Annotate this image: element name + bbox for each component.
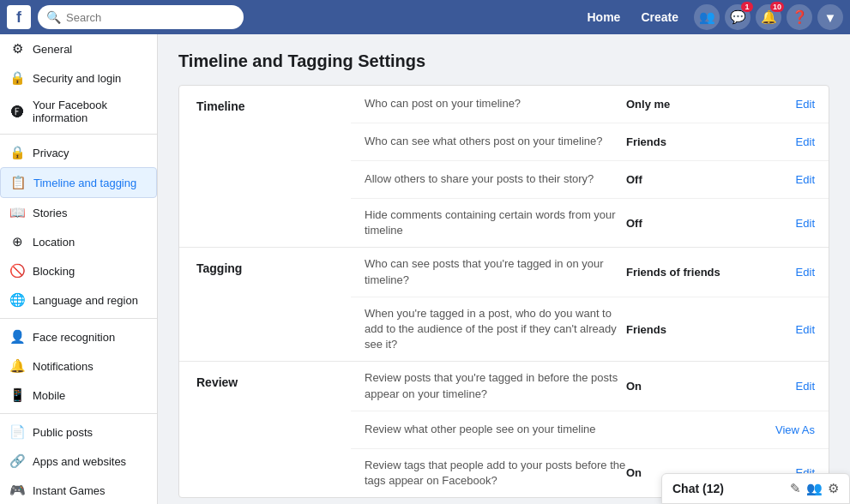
search-icon: 🔍 [46,10,61,24]
row-action[interactable]: Edit [763,98,815,111]
chat-compose-button[interactable]: ✎ [790,481,801,496]
sidebar-divider [0,318,157,319]
sidebar-item-location[interactable]: ⊕Location [0,227,157,256]
sidebar-item-label: Your Facebook information [33,99,148,124]
public-posts-icon: 📄 [9,423,26,441]
table-row: When you're tagged in a post, who do you… [351,297,829,362]
sidebar-divider [0,134,157,135]
table-row: Review what other people see on your tim… [351,411,829,449]
language-icon: 🌐 [9,291,26,309]
edit-link[interactable]: Edit [796,266,815,279]
menu-icon-button[interactable]: ▼ [817,4,843,30]
edit-link[interactable]: Edit [796,217,815,230]
row-value: Off [626,173,763,186]
row-question: Who can see what others post on your tim… [365,134,626,149]
chat-bar[interactable]: Chat (12) ✎ 👥 ⚙ [661,473,850,504]
messenger-icon-button[interactable]: 💬 1 [725,4,751,30]
apps-icon: 🔗 [9,453,26,470]
chat-label: Chat (12) [672,482,783,495]
edit-link[interactable]: Edit [796,173,815,186]
sidebar-item-blocking[interactable]: 🚫Blocking [0,256,157,285]
page-title: Timeline and Tagging Settings [178,51,829,71]
location-icon: ⊕ [9,233,26,250]
row-action[interactable]: View As [763,423,815,436]
friends-icon-button[interactable]: 👥 [694,4,720,30]
row-value: Friends [626,323,763,336]
row-action[interactable]: Edit [763,266,815,279]
messenger-badge: 1 [741,2,753,12]
sidebar-item-label: Face recognition [33,331,115,344]
table-row: Who can post on your timeline?Only meEdi… [351,86,829,123]
edit-link[interactable]: View As [775,423,815,436]
people-icon: 👥 [699,9,715,25]
sidebar-item-label: Apps and websites [33,455,126,468]
security-icon: 🔒 [9,69,26,87]
sidebar-item-privacy[interactable]: 🔒Privacy [0,138,157,167]
edit-link[interactable]: Edit [796,323,815,336]
row-action[interactable]: Edit [763,135,815,148]
sidebar-item-instant-games[interactable]: 🎮Instant Games [0,476,157,504]
header: f 🔍 Home Create 👥 💬 1 🔔 10 ❓ ▼ [0,0,850,34]
sidebar-item-mobile[interactable]: 📱Mobile [0,381,157,410]
edit-link[interactable]: Edit [796,135,815,148]
row-action[interactable]: Edit [763,217,815,230]
table-row: Who can see posts that you're tagged in … [351,248,829,297]
row-action[interactable]: Edit [763,323,815,336]
sidebar-item-language[interactable]: 🌐Language and region [0,285,157,315]
sidebar-item-security[interactable]: 🔒Security and login [0,63,157,93]
section-label: Review [179,362,351,497]
table-row: Hide comments containing certain words f… [351,199,829,247]
main-content: Timeline and Tagging Settings TimelineWh… [158,34,850,504]
sidebar-item-notifications[interactable]: 🔔Notifications [0,351,157,381]
messenger-icon: 💬 [730,9,746,25]
general-icon: ⚙ [9,40,26,57]
create-button[interactable]: Create [632,7,687,27]
sidebar-item-label: Notifications [33,360,93,373]
section-label: Timeline [179,86,351,247]
help-icon-button[interactable]: ❓ [787,4,812,30]
chat-people-button[interactable]: 👥 [806,481,823,496]
sidebar-item-stories[interactable]: 📖Stories [0,198,157,227]
row-value: On [626,380,763,393]
row-question: Allow others to share your posts to thei… [365,171,626,187]
sidebar-item-face[interactable]: 👤Face recognition [0,322,157,351]
chevron-down-icon: ▼ [824,10,837,25]
privacy-icon: 🔒 [9,144,26,161]
sidebar-item-label: Timeline and tagging [33,177,136,189]
row-action[interactable]: Edit [763,173,815,186]
table-row: Who can see what others post on your tim… [351,123,829,161]
row-question: Review what other people see on your tim… [365,422,626,437]
search-input[interactable] [66,11,235,24]
notifications-icon-button[interactable]: 🔔 10 [756,4,781,30]
row-question: Who can see posts that you're tagged in … [365,256,626,287]
sidebar-item-public-posts[interactable]: 📄Public posts [0,417,157,447]
edit-link[interactable]: Edit [796,380,815,393]
sidebar-item-general[interactable]: ⚙General [0,34,157,63]
header-icons: 👥 💬 1 🔔 10 ❓ ▼ [694,4,843,30]
sidebar-item-label: Mobile [33,389,65,402]
edit-link[interactable]: Edit [796,98,815,111]
sidebar-item-label: Security and login [33,72,121,85]
chat-bar-icons: ✎ 👥 ⚙ [790,481,839,496]
section-label: Tagging [179,248,351,361]
blocking-icon: 🚫 [9,262,26,279]
search-bar: 🔍 [38,5,244,29]
sidebar-item-apps[interactable]: 🔗Apps and websites [0,447,157,476]
sidebar-item-label: Instant Games [33,484,105,497]
face-icon: 👤 [9,328,26,345]
row-question: Review posts that you're tagged in befor… [365,370,626,401]
row-question: Hide comments containing certain words f… [365,207,626,238]
notifications-icon: 🔔 [9,357,26,375]
facebook-logo: f [7,5,31,29]
timeline-icon: 📋 [9,174,27,191]
mobile-icon: 📱 [9,387,26,404]
row-action[interactable]: Edit [763,380,815,393]
table-row: Allow others to share your posts to thei… [351,161,829,199]
sidebar-item-label: Stories [33,207,67,219]
chat-settings-button[interactable]: ⚙ [828,481,839,496]
row-value: Off [626,217,763,230]
sidebar-item-your-facebook[interactable]: 🅕Your Facebook information [0,93,157,130]
home-button[interactable]: Home [579,7,630,27]
sidebar-item-timeline[interactable]: 📋Timeline and tagging [0,167,157,198]
row-question: When you're tagged in a post, who do you… [365,306,626,353]
